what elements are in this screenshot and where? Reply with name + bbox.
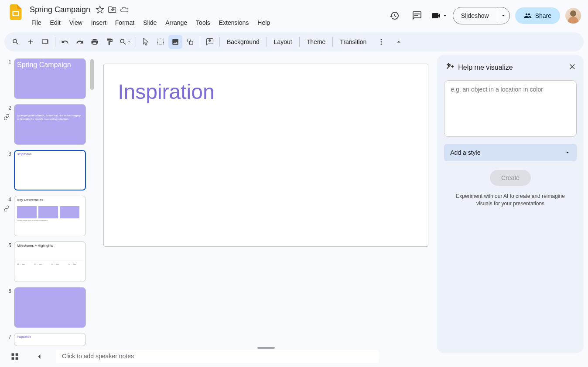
svg-rect-12	[16, 357, 18, 360]
menu-arrange[interactable]: Arrange	[162, 17, 191, 28]
background-button[interactable]: Background	[222, 37, 264, 47]
text-box-tool[interactable]	[154, 35, 168, 49]
create-button: Create	[490, 170, 531, 186]
svg-rect-10	[16, 353, 18, 356]
prompt-input[interactable]	[444, 80, 577, 137]
add-style-dropdown[interactable]: Add a style	[444, 144, 577, 161]
image-tool[interactable]	[168, 35, 182, 49]
menu-insert[interactable]: Insert	[88, 17, 110, 28]
slide-number: 3	[5, 150, 11, 157]
bottom-bar: Click to add speaker notes	[0, 346, 588, 367]
share-label: Share	[535, 12, 551, 19]
slide-thumbnail-1[interactable]: Spring Campaign	[14, 58, 86, 99]
paint-format-button[interactable]	[103, 35, 116, 49]
menu-view[interactable]: View	[66, 17, 86, 28]
previous-slide-button[interactable]	[31, 349, 47, 364]
slide-number: 1	[5, 58, 11, 65]
menu-file[interactable]: File	[28, 17, 45, 28]
link-icon	[3, 205, 10, 213]
svg-point-8	[381, 44, 382, 45]
slide-thumbnail-4[interactable]: Key Deliverables Lorem ipsum dolor sit a…	[14, 196, 86, 236]
chevron-down-icon	[501, 13, 506, 18]
speaker-notes-input[interactable]: Click to add speaker notes	[56, 350, 379, 363]
select-tool[interactable]	[139, 35, 153, 49]
more-tools-button[interactable]	[374, 35, 388, 49]
grid-view-button[interactable]	[7, 349, 23, 364]
slide-thumbnail-6[interactable]	[14, 287, 86, 328]
magic-wand-icon	[444, 62, 454, 73]
slide-thumbnail-3[interactable]: Inspiration	[14, 150, 86, 190]
scrollbar[interactable]	[90, 59, 94, 90]
menu-bar: File Edit View Insert Format Slide Arran…	[28, 16, 382, 30]
new-slide-button[interactable]	[24, 35, 38, 49]
people-icon	[524, 12, 532, 20]
menu-edit[interactable]: Edit	[47, 17, 64, 28]
shape-tool[interactable]	[183, 35, 197, 49]
cloud-status-icon[interactable]	[120, 5, 129, 14]
menu-help[interactable]: Help	[254, 17, 273, 28]
svg-rect-9	[12, 353, 14, 356]
svg-rect-3	[157, 39, 164, 45]
slide-thumbnail-5[interactable]: Milestones + Highlights 01 — Item02 — It…	[14, 241, 86, 282]
collapse-toolbar-button[interactable]	[392, 35, 406, 49]
search-button[interactable]	[9, 35, 23, 49]
svg-point-7	[381, 41, 382, 43]
svg-point-4	[187, 39, 191, 42]
document-title[interactable]: Spring Campaign	[28, 5, 92, 14]
menu-extensions[interactable]: Extensions	[215, 17, 252, 28]
slide-title[interactable]: Inspiration	[118, 80, 214, 104]
svg-rect-1	[14, 12, 18, 15]
chevron-down-icon	[564, 150, 571, 156]
print-button[interactable]	[88, 35, 102, 49]
chevron-down-icon	[442, 13, 448, 18]
app-logo[interactable]	[7, 3, 24, 21]
menu-slide[interactable]: Slide	[140, 17, 160, 28]
link-icon	[3, 114, 10, 121]
slide-thumbnail-7[interactable]: Inspiration	[14, 333, 86, 346]
slides-logo-icon	[10, 4, 22, 20]
panel-title: Help me visualize	[458, 64, 564, 71]
transition-button[interactable]: Transition	[335, 37, 371, 47]
panel-hint: Experiment with our AI to create and rei…	[444, 193, 577, 207]
menu-format[interactable]: Format	[112, 17, 138, 28]
comment-tool[interactable]	[203, 35, 217, 49]
menu-tools[interactable]: Tools	[192, 17, 214, 28]
move-icon[interactable]	[108, 5, 116, 14]
theme-button[interactable]: Theme	[302, 37, 330, 47]
layout-button[interactable]: Layout	[270, 37, 297, 47]
help-me-visualize-panel: Help me visualize Add a style Create Exp…	[437, 55, 584, 353]
close-panel-button[interactable]	[568, 62, 577, 73]
style-label: Add a style	[450, 149, 480, 156]
undo-button[interactable]	[58, 35, 72, 49]
slide-canvas[interactable]: Inspiration	[103, 64, 428, 247]
slide-number: 6	[5, 287, 11, 294]
svg-point-6	[381, 39, 382, 40]
version-history-icon[interactable]	[386, 7, 403, 24]
star-icon[interactable]	[96, 5, 104, 14]
meet-button[interactable]	[431, 10, 448, 21]
slide-number: 7	[5, 333, 11, 340]
comments-icon[interactable]	[408, 7, 426, 24]
zoom-button[interactable]	[117, 35, 133, 49]
account-avatar[interactable]	[565, 8, 581, 24]
slide-number: 4	[5, 196, 11, 203]
share-button[interactable]: Share	[515, 7, 560, 24]
slide-number: 2	[5, 104, 11, 111]
new-slide-dropdown[interactable]	[38, 35, 52, 49]
slideshow-dropdown[interactable]	[497, 7, 509, 24]
slide-number: 5	[5, 241, 11, 248]
slide-panel[interactable]: 1 Spring Campaign 2 A campaign full of f…	[0, 55, 95, 357]
slideshow-button[interactable]: Slideshow	[453, 7, 497, 24]
toolbar: Background Layout Theme Transition	[4, 32, 584, 51]
redo-button[interactable]	[73, 35, 87, 49]
svg-rect-11	[12, 357, 14, 360]
slide-thumbnail-2[interactable]: A campaign full of fresh, fantastical, i…	[14, 104, 86, 145]
